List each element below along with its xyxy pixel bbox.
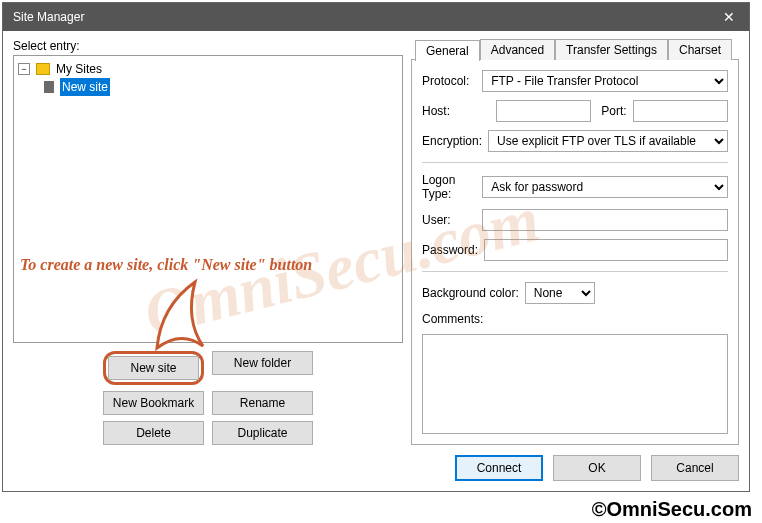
folder-icon (36, 63, 50, 75)
bgcolor-label: Background color: (422, 286, 519, 300)
tree-item-newsite[interactable]: New site (60, 78, 110, 96)
title-bar: Site Manager ✕ (3, 3, 749, 31)
port-input[interactable] (633, 100, 728, 122)
rename-button[interactable]: Rename (212, 391, 313, 415)
new-site-highlight: New site (103, 351, 204, 385)
duplicate-button[interactable]: Duplicate (212, 421, 313, 445)
port-label: Port: (601, 104, 626, 118)
tree-root-label[interactable]: My Sites (56, 60, 102, 78)
select-entry-label: Select entry: (13, 39, 403, 53)
comments-textarea[interactable] (422, 334, 728, 434)
tab-transfer[interactable]: Transfer Settings (555, 39, 668, 60)
logon-select[interactable]: Ask for password (482, 176, 728, 198)
close-icon[interactable]: ✕ (709, 3, 749, 31)
password-input[interactable] (484, 239, 728, 261)
new-bookmark-button[interactable]: New Bookmark (103, 391, 204, 415)
host-input[interactable] (496, 100, 591, 122)
separator (422, 271, 728, 272)
site-tree[interactable]: − My Sites New site (13, 55, 403, 343)
copyright-text: ©OmniSecu.com (592, 498, 752, 521)
tab-general[interactable]: General (415, 40, 480, 61)
expander-icon[interactable]: − (18, 63, 30, 75)
tab-charset[interactable]: Charset (668, 39, 732, 60)
site-manager-window: Site Manager ✕ Select entry: − My Sites … (2, 2, 750, 492)
tab-advanced[interactable]: Advanced (480, 39, 555, 60)
cancel-button[interactable]: Cancel (651, 455, 739, 481)
tab-panel-general: Protocol: FTP - File Transfer Protocol H… (411, 59, 739, 445)
user-input[interactable] (482, 209, 728, 231)
encryption-label: Encryption: (422, 134, 482, 148)
site-icon (44, 81, 54, 93)
protocol-select[interactable]: FTP - File Transfer Protocol (482, 70, 728, 92)
connect-button[interactable]: Connect (455, 455, 543, 481)
comments-label: Comments: (422, 312, 728, 326)
separator (422, 162, 728, 163)
logon-label: Logon Type: (422, 173, 476, 201)
window-title: Site Manager (13, 10, 84, 24)
host-label: Host: (422, 104, 490, 118)
new-folder-button[interactable]: New folder (212, 351, 313, 375)
protocol-label: Protocol: (422, 74, 476, 88)
ok-button[interactable]: OK (553, 455, 641, 481)
bgcolor-select[interactable]: None (525, 282, 595, 304)
delete-button[interactable]: Delete (103, 421, 204, 445)
dialog-footer: Connect OK Cancel (13, 445, 739, 481)
encryption-select[interactable]: Use explicit FTP over TLS if available (488, 130, 728, 152)
user-label: User: (422, 213, 476, 227)
tabs: General Advanced Transfer Settings Chars… (415, 39, 739, 60)
password-label: Password: (422, 243, 478, 257)
new-site-button[interactable]: New site (108, 356, 199, 380)
